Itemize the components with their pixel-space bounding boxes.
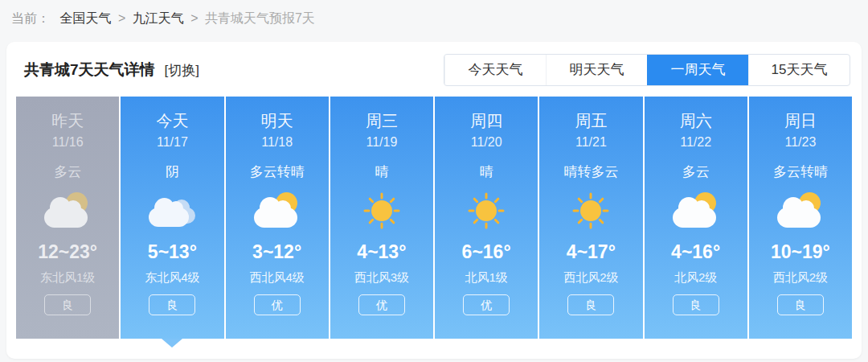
temperature-range: 5~13° [121,241,223,263]
date-label: 11/19 [330,134,433,150]
cloud-icon [146,192,198,229]
aqi-row: 优 [435,294,538,315]
day-column[interactable]: 周六 11/22 多云 [645,97,747,339]
temperature-range: 3~12° [226,241,329,263]
breadcrumb: 当前： 全国天气 > 九江天气 > 共青城天气预报7天 [0,0,868,27]
aqi-row: 良 [645,294,747,315]
temperature-range: 4~16° [645,241,747,263]
wind-label: 东北风1级 [16,270,119,285]
condition-label: 多云 [645,163,747,181]
wind-label: 北风1级 [435,270,538,285]
weather-tab[interactable]: 15天天气 [748,55,850,85]
day-label: 周五 [539,111,642,130]
aqi-row: 良 [16,294,119,315]
card-header: 共青城7天天气详情 [切换] 今天天气 明天天气 一周天气 15天天气 [6,42,862,86]
aqi-badge: 良 [777,294,824,315]
day-label: 周六 [645,111,747,130]
day-label: 今天 [121,111,223,130]
breadcrumb-link-national[interactable]: 全国天气 [59,11,111,25]
aqi-row: 良 [121,294,223,315]
aqi-row: 优 [226,294,329,315]
page-title: 共青城7天天气详情 [24,60,155,80]
weather-icon [252,192,303,229]
sun-icon [461,192,512,229]
aqi-badge: 优 [358,294,405,315]
aqi-badge: 优 [463,294,510,315]
day-column[interactable]: 周三 11/19 晴 [330,97,433,339]
condition-label: 多云转晴 [226,163,329,181]
temperature-range: 10~19° [749,241,852,263]
temperature-range: 12~23° [16,241,119,263]
condition-label: 多云转晴 [749,163,852,181]
weather-icon [146,192,198,229]
cloud-sun-icon [42,192,93,229]
breadcrumb-link-city[interactable]: 九江天气 [133,11,184,25]
aqi-row: 优 [330,294,433,315]
date-label: 11/23 [749,134,852,150]
weather-tab[interactable]: 明天天气 [546,55,647,85]
day-label: 昨天 [16,111,119,130]
cloud-sun-icon [252,192,303,229]
aqi-row: 良 [749,294,852,315]
weather-tab[interactable]: 一周天气 [647,55,748,85]
day-column[interactable]: 周日 11/23 多云转晴 [749,97,852,339]
day-label: 明天 [226,111,329,130]
weather-icon [565,192,616,229]
aqi-badge: 优 [254,294,301,315]
wind-label: 西北风3级 [330,270,433,285]
weather-icon [42,192,93,229]
condition-label: 阴 [121,163,223,181]
cloud-sun-icon [670,192,722,229]
weather-tabs: 今天天气 明天天气 一周天气 15天天气 [444,54,850,86]
day-column[interactable]: 昨天 11/16 多云 [16,97,119,339]
wind-label: 西北风4级 [226,270,329,285]
temperature-range: 4~13° [330,241,433,263]
sun-icon [356,192,407,229]
wind-label: 西北风2级 [749,270,852,285]
switch-city-link[interactable]: [切换] [165,61,199,80]
condition-label: 晴 [435,163,538,181]
day-column[interactable]: 明天 11/18 多云转晴 [226,97,329,339]
condition-label: 晴 [330,163,433,181]
weather-card: 共青城7天天气详情 [切换] 今天天气 明天天气 一周天气 15天天气 昨天 1… [6,42,862,359]
day-label: 周三 [330,111,433,130]
condition-label: 晴转多云 [539,163,642,181]
date-label: 11/22 [645,134,747,150]
weather-icon [670,192,722,229]
date-label: 11/17 [121,134,223,150]
temperature-range: 6~16° [435,241,538,263]
aqi-badge: 良 [149,294,195,315]
date-label: 11/20 [435,134,538,150]
date-label: 11/21 [539,134,642,150]
title-wrap: 共青城7天天气详情 [切换] [24,60,199,80]
cloud-sun-icon [775,192,826,229]
day-label: 周四 [435,111,538,130]
weather-tab[interactable]: 今天天气 [444,55,546,85]
aqi-badge: 良 [673,294,719,315]
condition-label: 多云 [16,163,119,181]
wind-label: 东北风4级 [121,270,223,285]
aqi-badge: 良 [567,294,614,315]
date-label: 11/18 [226,134,329,150]
sun-icon [565,192,616,229]
forecast-columns: 昨天 11/16 多云 [16,97,852,339]
breadcrumb-prefix: 当前： [11,11,50,25]
breadcrumb-separator: > [190,11,198,25]
weather-icon [461,192,512,229]
temperature-range: 4~17° [539,241,642,263]
weather-icon [356,192,407,229]
day-column[interactable]: 周四 11/20 晴 [435,97,538,339]
date-label: 11/16 [16,134,119,150]
day-column[interactable]: 周五 11/21 晴转多云 [539,97,642,339]
day-column[interactable]: 今天 11/17 阴 [121,97,223,339]
aqi-row: 良 [539,294,642,315]
wind-label: 北风2级 [645,270,747,285]
aqi-badge: 良 [44,294,91,315]
breadcrumb-current: 共青城天气预报7天 [205,11,315,25]
day-label: 周日 [749,111,852,130]
wind-label: 西北风2级 [539,270,642,285]
breadcrumb-separator: > [118,11,125,25]
weather-icon [775,192,826,229]
